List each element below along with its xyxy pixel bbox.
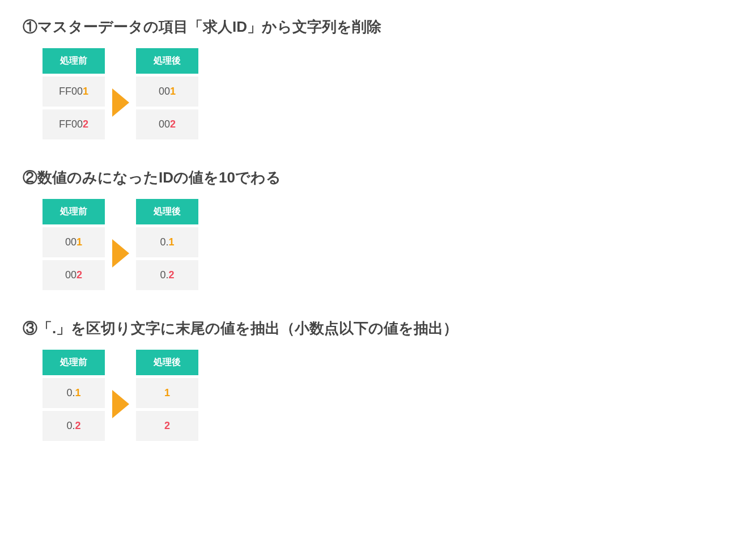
section-1: ①マスターデータの項目「求人ID」から文字列を削除 処理前 FF001 FF00… (23, 17, 733, 139)
section-2: ②数値のみになったIDの値を10でわる 処理前 001 002 処理後 0.1 … (23, 168, 733, 290)
before-row1: FF001 (43, 74, 105, 107)
section-1-title: ①マスターデータの項目「求人ID」から文字列を削除 (23, 17, 733, 37)
hl: 2 (75, 420, 81, 431)
after-col-3: 処理後 1 2 (136, 350, 198, 441)
after-row2: 0.2 (136, 257, 198, 290)
hl: 1 (164, 387, 170, 398)
svg-marker-2 (112, 390, 129, 418)
after-row2: 002 (136, 107, 198, 139)
before-row2: 002 (43, 257, 105, 290)
hl: 1 (169, 236, 175, 248)
before-col-3: 処理前 0.1 0.2 (43, 350, 105, 441)
svg-marker-0 (112, 88, 129, 117)
after-header: 処理後 (136, 199, 198, 224)
hl: 2 (169, 269, 175, 281)
before-header: 処理前 (43, 48, 105, 74)
before-row2: FF002 (43, 107, 105, 139)
hl: 1 (170, 86, 176, 97)
before-row1: 0.1 (43, 375, 105, 408)
after-row1: 1 (136, 375, 198, 408)
after-col-1: 処理後 001 002 (136, 48, 198, 139)
hl: 2 (83, 118, 88, 130)
arrow-icon (105, 239, 136, 268)
comparison-3: 処理前 0.1 0.2 処理後 1 2 (43, 350, 733, 441)
hl: 2 (170, 118, 176, 130)
before-col-2: 処理前 001 002 (43, 199, 105, 290)
before-row2: 0.2 (43, 408, 105, 441)
before-col-1: 処理前 FF001 FF002 (43, 48, 105, 139)
after-col-2: 処理後 0.1 0.2 (136, 199, 198, 290)
before-header: 処理前 (43, 199, 105, 224)
after-row1: 001 (136, 74, 198, 107)
after-row1: 0.1 (136, 224, 198, 257)
before-header: 処理前 (43, 350, 105, 375)
comparison-2: 処理前 001 002 処理後 0.1 0.2 (43, 199, 733, 290)
arrow-icon (105, 88, 136, 117)
hl: 2 (77, 269, 82, 281)
section-2-title: ②数値のみになったIDの値を10でわる (23, 168, 733, 188)
after-header: 処理後 (136, 350, 198, 375)
svg-marker-1 (112, 239, 129, 268)
comparison-1: 処理前 FF001 FF002 処理後 001 002 (43, 48, 733, 139)
hl: 1 (75, 387, 81, 398)
after-row2: 2 (136, 408, 198, 441)
hl: 2 (164, 420, 170, 431)
before-row1: 001 (43, 224, 105, 257)
hl: 1 (83, 86, 88, 97)
section-3-title: ③「.」を区切り文字に末尾の値を抽出（小数点以下の値を抽出） (23, 319, 733, 338)
section-3: ③「.」を区切り文字に末尾の値を抽出（小数点以下の値を抽出） 処理前 0.1 0… (23, 319, 733, 441)
arrow-icon (105, 390, 136, 418)
after-header: 処理後 (136, 48, 198, 74)
hl: 1 (77, 236, 82, 248)
